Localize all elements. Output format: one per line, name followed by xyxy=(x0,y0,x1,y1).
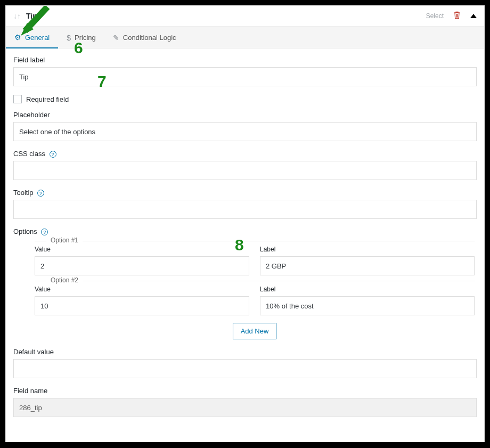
field-name-group: Field name xyxy=(13,387,477,417)
default-value-group: Default value xyxy=(13,348,477,378)
field-name-input xyxy=(13,398,477,417)
panel-header: ↓↑ Tip Select xyxy=(6,6,484,27)
field-name-caption: Field name xyxy=(13,387,477,395)
default-value-input[interactable] xyxy=(13,359,477,378)
help-icon[interactable]: ? xyxy=(41,229,48,235)
option-label-col: Label xyxy=(260,246,475,275)
gear-icon: ⚙ xyxy=(14,33,21,42)
tooltip-caption: Tooltip ? xyxy=(13,189,477,197)
option-value-caption: Value xyxy=(35,286,249,293)
option-1-title: Option #1 xyxy=(46,237,83,244)
collapse-icon[interactable] xyxy=(470,14,477,18)
options-label-text: Options xyxy=(13,227,37,235)
placeholder-input[interactable] xyxy=(13,122,477,141)
option-1-legend: Option #1 xyxy=(35,241,475,241)
css-class-input[interactable] xyxy=(13,161,477,180)
option-2-legend: Option #2 xyxy=(35,281,475,281)
tab-general[interactable]: ⚙ General xyxy=(6,27,58,48)
option-value-col: Value xyxy=(35,286,249,315)
option-value-input[interactable] xyxy=(35,256,249,275)
required-field-label: Required field xyxy=(26,95,69,103)
add-new-row: Add New xyxy=(35,323,475,339)
select-type-label: Select xyxy=(426,12,444,20)
option-2-title: Option #2 xyxy=(46,276,83,284)
tab-bar: ⚙ General $ Pricing ✎ Conditional Logic xyxy=(6,27,484,48)
options-group: Options ? Option #1 Value Label ✕ xyxy=(13,227,477,339)
field-label-group: Field label xyxy=(13,56,477,86)
field-editor-panel: ↓↑ Tip Select ⚙ General $ Pricing ✎ Cond… xyxy=(5,5,485,442)
option-label-input[interactable] xyxy=(260,256,475,275)
placeholder-caption: Placeholder xyxy=(13,111,477,119)
placeholder-group: Placeholder xyxy=(13,111,477,141)
option-label-caption: Label xyxy=(260,246,475,253)
css-class-group: CSS class ? xyxy=(13,150,477,180)
required-field-checkbox[interactable] xyxy=(13,95,22,103)
option-label-input[interactable] xyxy=(260,296,475,315)
add-new-button[interactable]: Add New xyxy=(233,323,277,339)
tab-conditional-label: Conditional Logic xyxy=(123,34,176,42)
remove-option-icon[interactable]: ✕ xyxy=(484,263,485,271)
tab-pricing[interactable]: $ Pricing xyxy=(58,27,104,48)
panel-title: Tip xyxy=(26,12,37,20)
option-label-caption: Label xyxy=(260,286,475,293)
help-icon[interactable]: ? xyxy=(37,190,44,197)
wand-icon: ✎ xyxy=(113,34,119,42)
tooltip-group: Tooltip ? xyxy=(13,189,477,219)
css-class-caption: CSS class ? xyxy=(13,150,477,158)
option-row: Value Label ✕ xyxy=(35,286,475,315)
css-class-label-text: CSS class xyxy=(13,150,45,158)
option-value-caption: Value xyxy=(35,246,249,253)
header-actions: Select xyxy=(426,11,477,21)
option-row: Value Label ✕ xyxy=(35,246,475,275)
options-list: Option #1 Value Label ✕ Option #2 xyxy=(13,241,477,339)
options-caption: Options ? xyxy=(13,227,477,235)
default-value-caption: Default value xyxy=(13,348,477,356)
dollar-icon: $ xyxy=(67,34,71,42)
tab-pricing-label: Pricing xyxy=(75,34,96,42)
tab-general-label: General xyxy=(25,34,50,42)
field-label-input[interactable] xyxy=(13,67,477,86)
field-label-caption: Field label xyxy=(13,56,477,64)
option-value-col: Value xyxy=(35,246,249,275)
option-value-input[interactable] xyxy=(35,296,249,315)
trash-icon[interactable] xyxy=(453,11,461,21)
tooltip-label-text: Tooltip xyxy=(13,189,34,197)
help-icon[interactable]: ? xyxy=(50,151,56,158)
tab-conditional-logic[interactable]: ✎ Conditional Logic xyxy=(104,27,185,48)
panel-body: 6 7 8 Field label Required field Placeho… xyxy=(6,48,484,436)
sort-handle-icon[interactable]: ↓↑ xyxy=(13,12,21,20)
required-field-row: Required field xyxy=(13,95,477,103)
option-label-col: Label xyxy=(260,286,475,315)
tooltip-input[interactable] xyxy=(13,200,477,219)
remove-option-icon[interactable]: ✕ xyxy=(484,303,485,311)
